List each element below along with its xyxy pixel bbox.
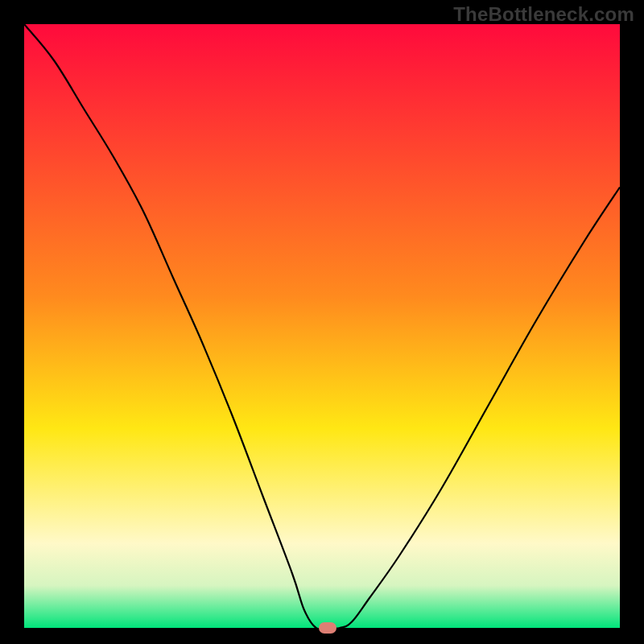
- bottleneck-plot: [24, 24, 620, 628]
- watermark-text: TheBottleneck.com: [453, 3, 634, 26]
- chart-frame: TheBottleneck.com: [0, 0, 644, 644]
- gradient-rect: [24, 24, 620, 628]
